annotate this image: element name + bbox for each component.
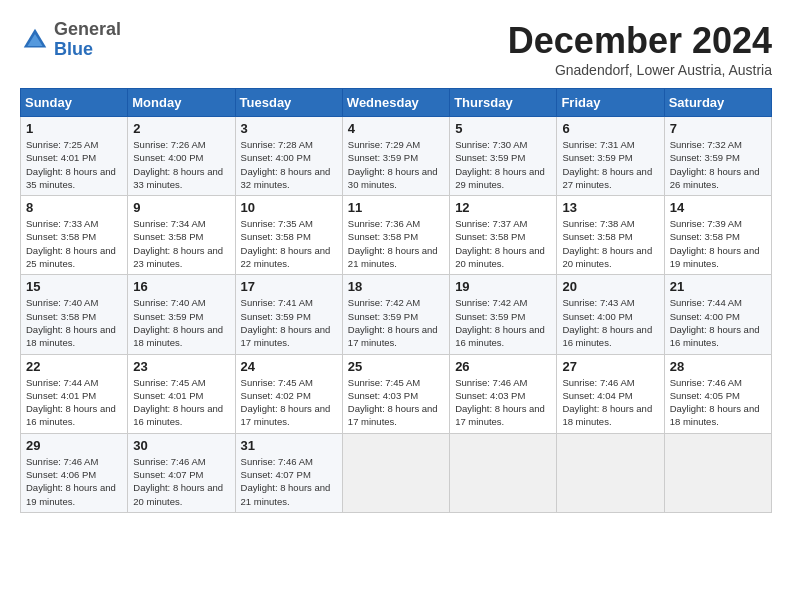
month-title: December 2024 [508, 20, 772, 62]
day-number: 28 [670, 359, 766, 374]
day-number: 11 [348, 200, 444, 215]
day-number: 16 [133, 279, 229, 294]
weekday-header: Thursday [450, 89, 557, 117]
day-number: 9 [133, 200, 229, 215]
calendar-day-cell: 26 Sunrise: 7:46 AM Sunset: 4:03 PM Dayl… [450, 354, 557, 433]
day-info: Sunrise: 7:29 AM Sunset: 3:59 PM Dayligh… [348, 138, 444, 191]
day-number: 19 [455, 279, 551, 294]
title-block: December 2024 Gnadendorf, Lower Austria,… [508, 20, 772, 78]
logo-icon [20, 25, 50, 55]
logo: General Blue [20, 20, 121, 60]
day-info: Sunrise: 7:44 AM Sunset: 4:00 PM Dayligh… [670, 296, 766, 349]
calendar-day-cell: 10 Sunrise: 7:35 AM Sunset: 3:58 PM Dayl… [235, 196, 342, 275]
calendar-day-cell: 27 Sunrise: 7:46 AM Sunset: 4:04 PM Dayl… [557, 354, 664, 433]
day-info: Sunrise: 7:40 AM Sunset: 3:59 PM Dayligh… [133, 296, 229, 349]
calendar-day-cell: 6 Sunrise: 7:31 AM Sunset: 3:59 PM Dayli… [557, 117, 664, 196]
day-info: Sunrise: 7:46 AM Sunset: 4:07 PM Dayligh… [133, 455, 229, 508]
day-number: 17 [241, 279, 337, 294]
day-number: 24 [241, 359, 337, 374]
day-number: 22 [26, 359, 122, 374]
day-info: Sunrise: 7:42 AM Sunset: 3:59 PM Dayligh… [455, 296, 551, 349]
calendar-day-cell: 2 Sunrise: 7:26 AM Sunset: 4:00 PM Dayli… [128, 117, 235, 196]
day-info: Sunrise: 7:45 AM Sunset: 4:01 PM Dayligh… [133, 376, 229, 429]
day-info: Sunrise: 7:33 AM Sunset: 3:58 PM Dayligh… [26, 217, 122, 270]
day-number: 8 [26, 200, 122, 215]
calendar-day-cell: 12 Sunrise: 7:37 AM Sunset: 3:58 PM Dayl… [450, 196, 557, 275]
calendar-table: SundayMondayTuesdayWednesdayThursdayFrid… [20, 88, 772, 513]
calendar-week-row: 1 Sunrise: 7:25 AM Sunset: 4:01 PM Dayli… [21, 117, 772, 196]
calendar-day-cell: 9 Sunrise: 7:34 AM Sunset: 3:58 PM Dayli… [128, 196, 235, 275]
calendar-week-row: 8 Sunrise: 7:33 AM Sunset: 3:58 PM Dayli… [21, 196, 772, 275]
day-number: 25 [348, 359, 444, 374]
day-number: 10 [241, 200, 337, 215]
day-number: 6 [562, 121, 658, 136]
calendar-day-cell: 20 Sunrise: 7:43 AM Sunset: 4:00 PM Dayl… [557, 275, 664, 354]
location-subtitle: Gnadendorf, Lower Austria, Austria [508, 62, 772, 78]
calendar-day-cell: 15 Sunrise: 7:40 AM Sunset: 3:58 PM Dayl… [21, 275, 128, 354]
logo-general: General [54, 20, 121, 40]
day-number: 31 [241, 438, 337, 453]
day-info: Sunrise: 7:42 AM Sunset: 3:59 PM Dayligh… [348, 296, 444, 349]
calendar-day-cell: 4 Sunrise: 7:29 AM Sunset: 3:59 PM Dayli… [342, 117, 449, 196]
calendar-week-row: 29 Sunrise: 7:46 AM Sunset: 4:06 PM Dayl… [21, 433, 772, 512]
calendar-day-cell: 13 Sunrise: 7:38 AM Sunset: 3:58 PM Dayl… [557, 196, 664, 275]
weekday-header-row: SundayMondayTuesdayWednesdayThursdayFrid… [21, 89, 772, 117]
calendar-day-cell: 16 Sunrise: 7:40 AM Sunset: 3:59 PM Dayl… [128, 275, 235, 354]
day-info: Sunrise: 7:26 AM Sunset: 4:00 PM Dayligh… [133, 138, 229, 191]
day-info: Sunrise: 7:36 AM Sunset: 3:58 PM Dayligh… [348, 217, 444, 270]
day-info: Sunrise: 7:35 AM Sunset: 3:58 PM Dayligh… [241, 217, 337, 270]
day-number: 29 [26, 438, 122, 453]
day-info: Sunrise: 7:28 AM Sunset: 4:00 PM Dayligh… [241, 138, 337, 191]
day-info: Sunrise: 7:45 AM Sunset: 4:02 PM Dayligh… [241, 376, 337, 429]
day-number: 18 [348, 279, 444, 294]
weekday-header: Tuesday [235, 89, 342, 117]
day-number: 7 [670, 121, 766, 136]
calendar-day-cell: 25 Sunrise: 7:45 AM Sunset: 4:03 PM Dayl… [342, 354, 449, 433]
weekday-header: Friday [557, 89, 664, 117]
day-info: Sunrise: 7:34 AM Sunset: 3:58 PM Dayligh… [133, 217, 229, 270]
day-info: Sunrise: 7:40 AM Sunset: 3:58 PM Dayligh… [26, 296, 122, 349]
calendar-day-cell: 19 Sunrise: 7:42 AM Sunset: 3:59 PM Dayl… [450, 275, 557, 354]
calendar-day-cell: 18 Sunrise: 7:42 AM Sunset: 3:59 PM Dayl… [342, 275, 449, 354]
page-header: General Blue December 2024 Gnadendorf, L… [20, 20, 772, 78]
day-number: 27 [562, 359, 658, 374]
calendar-day-cell [450, 433, 557, 512]
day-number: 3 [241, 121, 337, 136]
calendar-day-cell: 5 Sunrise: 7:30 AM Sunset: 3:59 PM Dayli… [450, 117, 557, 196]
day-info: Sunrise: 7:46 AM Sunset: 4:04 PM Dayligh… [562, 376, 658, 429]
day-number: 26 [455, 359, 551, 374]
calendar-day-cell: 30 Sunrise: 7:46 AM Sunset: 4:07 PM Dayl… [128, 433, 235, 512]
calendar-day-cell: 28 Sunrise: 7:46 AM Sunset: 4:05 PM Dayl… [664, 354, 771, 433]
day-number: 15 [26, 279, 122, 294]
calendar-day-cell: 22 Sunrise: 7:44 AM Sunset: 4:01 PM Dayl… [21, 354, 128, 433]
calendar-week-row: 15 Sunrise: 7:40 AM Sunset: 3:58 PM Dayl… [21, 275, 772, 354]
day-number: 1 [26, 121, 122, 136]
day-number: 23 [133, 359, 229, 374]
day-number: 12 [455, 200, 551, 215]
day-number: 14 [670, 200, 766, 215]
day-info: Sunrise: 7:25 AM Sunset: 4:01 PM Dayligh… [26, 138, 122, 191]
day-info: Sunrise: 7:46 AM Sunset: 4:05 PM Dayligh… [670, 376, 766, 429]
day-number: 4 [348, 121, 444, 136]
calendar-day-cell: 31 Sunrise: 7:46 AM Sunset: 4:07 PM Dayl… [235, 433, 342, 512]
day-number: 20 [562, 279, 658, 294]
calendar-day-cell: 21 Sunrise: 7:44 AM Sunset: 4:00 PM Dayl… [664, 275, 771, 354]
day-info: Sunrise: 7:37 AM Sunset: 3:58 PM Dayligh… [455, 217, 551, 270]
calendar-day-cell: 1 Sunrise: 7:25 AM Sunset: 4:01 PM Dayli… [21, 117, 128, 196]
day-info: Sunrise: 7:45 AM Sunset: 4:03 PM Dayligh… [348, 376, 444, 429]
calendar-day-cell: 11 Sunrise: 7:36 AM Sunset: 3:58 PM Dayl… [342, 196, 449, 275]
calendar-day-cell: 3 Sunrise: 7:28 AM Sunset: 4:00 PM Dayli… [235, 117, 342, 196]
day-info: Sunrise: 7:46 AM Sunset: 4:07 PM Dayligh… [241, 455, 337, 508]
day-info: Sunrise: 7:44 AM Sunset: 4:01 PM Dayligh… [26, 376, 122, 429]
day-info: Sunrise: 7:46 AM Sunset: 4:03 PM Dayligh… [455, 376, 551, 429]
day-info: Sunrise: 7:32 AM Sunset: 3:59 PM Dayligh… [670, 138, 766, 191]
calendar-day-cell: 14 Sunrise: 7:39 AM Sunset: 3:58 PM Dayl… [664, 196, 771, 275]
calendar-day-cell: 23 Sunrise: 7:45 AM Sunset: 4:01 PM Dayl… [128, 354, 235, 433]
calendar-day-cell: 29 Sunrise: 7:46 AM Sunset: 4:06 PM Dayl… [21, 433, 128, 512]
day-number: 5 [455, 121, 551, 136]
day-info: Sunrise: 7:39 AM Sunset: 3:58 PM Dayligh… [670, 217, 766, 270]
day-info: Sunrise: 7:38 AM Sunset: 3:58 PM Dayligh… [562, 217, 658, 270]
weekday-header: Monday [128, 89, 235, 117]
weekday-header: Wednesday [342, 89, 449, 117]
day-info: Sunrise: 7:41 AM Sunset: 3:59 PM Dayligh… [241, 296, 337, 349]
